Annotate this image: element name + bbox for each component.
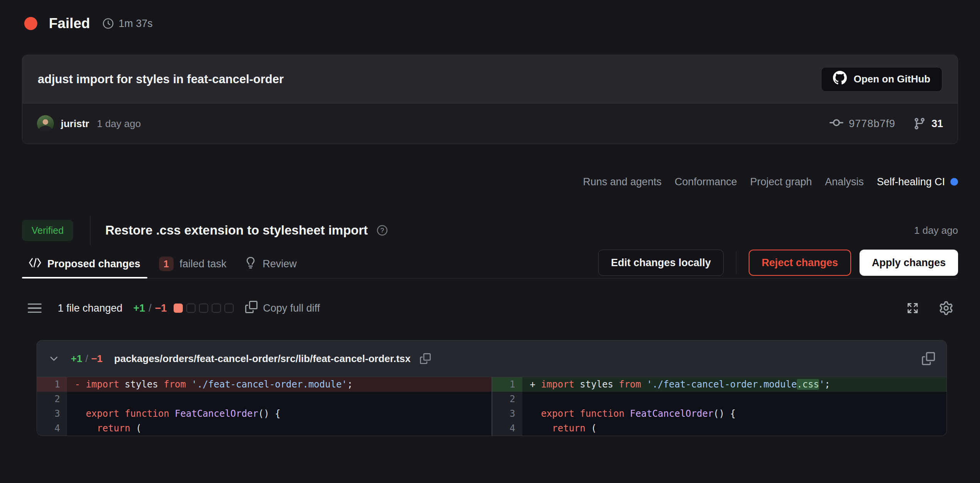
diff-line: 2 <box>492 392 947 406</box>
tabs-row: Proposed changes 1 failed task Review Ed… <box>22 250 958 278</box>
edit-changes-locally-button[interactable]: Edit changes locally <box>598 250 724 276</box>
status-label: Failed <box>49 15 90 32</box>
copy-full-diff-label: Copy full diff <box>263 302 320 314</box>
diff-line: 1+ import styles from './feat-cancel-ord… <box>492 377 947 392</box>
tab-failed-task-label: failed task <box>180 258 227 270</box>
diff-block-empty <box>199 304 208 313</box>
nav-item-analysis[interactable]: Analysis <box>825 176 864 188</box>
nav-item-project-graph[interactable]: Project graph <box>750 176 812 188</box>
code-line: return ( <box>522 421 947 436</box>
status-failed-dot <box>24 17 37 30</box>
diff-line: 3 export function FeatCancelOrder() { <box>37 406 492 421</box>
removed-count: −1 <box>155 302 167 314</box>
commit-meta: 9778b7f9 31 <box>829 116 943 131</box>
fix-time: 1 day ago <box>914 225 958 236</box>
diff-card: +1 / −1 packages/orders/feat-cancel-orde… <box>37 340 947 436</box>
expand-icon[interactable] <box>906 302 919 315</box>
github-icon <box>833 71 847 87</box>
clock-icon <box>102 18 114 29</box>
fix-header: Verified Restore .css extension to style… <box>22 214 958 247</box>
fix-actions: Edit changes locally Reject changes Appl… <box>598 250 958 278</box>
commit-card-footer: juristr 1 day ago 9778b7f9 31 <box>22 103 958 144</box>
nav-item-self-healing-ci-label: Self-healing CI <box>877 176 945 188</box>
status-row: Failed 1m 37s <box>24 15 152 32</box>
apply-changes-button[interactable]: Apply changes <box>860 250 958 276</box>
diff-block-removed <box>174 304 183 313</box>
added-count: +1 <box>133 302 145 314</box>
diff-block-empty <box>224 304 234 313</box>
diff-line: 4 return ( <box>492 421 947 436</box>
line-number: 1 <box>492 377 522 392</box>
file-path: packages/orders/feat-cancel-order/src/li… <box>114 353 411 365</box>
commit-time: 1 day ago <box>97 118 141 130</box>
line-number: 2 <box>492 392 522 406</box>
reject-changes-button[interactable]: Reject changes <box>749 250 851 276</box>
avatar[interactable] <box>37 115 54 132</box>
commit-icon <box>829 116 843 131</box>
file-removed-count: −1 <box>91 353 103 365</box>
code-line: export function FeatCancelOrder() { <box>522 406 947 421</box>
diff-toolbar: 1 file changed +1 / −1 Copy full diff <box>28 297 953 319</box>
diff-code: 1- import styles from './feat-cancel-ord… <box>37 377 947 436</box>
commit-card-header: adjust import for styles in feat-cancel-… <box>22 55 958 103</box>
top-nav: Runs and agents Conformance Project grap… <box>22 173 958 191</box>
divider <box>736 252 736 274</box>
nav-item-self-healing-ci[interactable]: Self-healing CI <box>877 176 958 188</box>
status-duration: 1m 37s <box>119 18 153 30</box>
diff-line: 1- import styles from './feat-cancel-ord… <box>37 377 492 392</box>
code-line: return ( <box>67 421 492 436</box>
clipboard-icon[interactable] <box>922 352 935 365</box>
author-name[interactable]: juristr <box>61 118 89 130</box>
commit-card: adjust import for styles in feat-cancel-… <box>22 55 958 144</box>
chevron-down-icon[interactable] <box>48 353 59 364</box>
tab-review[interactable]: Review <box>238 250 304 278</box>
file-stat-separator: / <box>85 353 88 365</box>
code-line <box>522 392 947 406</box>
tab-failed-task[interactable]: 1 failed task <box>152 250 234 278</box>
open-on-github-button[interactable]: Open on GitHub <box>821 67 942 92</box>
copy-path-icon[interactable] <box>420 353 431 364</box>
lightbulb-icon <box>245 257 256 271</box>
verified-badge: Verified <box>22 220 73 241</box>
tab-proposed-changes-label: Proposed changes <box>47 258 140 270</box>
page: Failed 1m 37s adjust import for styles i… <box>0 0 980 483</box>
code-line: export function FeatCancelOrder() { <box>67 406 492 421</box>
tabs: Proposed changes 1 failed task Review <box>22 250 304 278</box>
line-number: 3 <box>492 406 522 421</box>
copy-full-diff-button[interactable]: Copy full diff <box>245 301 320 316</box>
help-icon[interactable]: ? <box>376 225 388 236</box>
line-number: 2 <box>37 392 67 406</box>
diff-pane-before: 1- import styles from './feat-cancel-ord… <box>37 377 492 436</box>
tab-review-label: Review <box>263 258 297 270</box>
nav-item-runs-and-agents[interactable]: Runs and agents <box>583 176 662 188</box>
tab-proposed-changes[interactable]: Proposed changes <box>22 250 147 278</box>
file-added-count: +1 <box>71 353 82 365</box>
commit-title: adjust import for styles in feat-cancel-… <box>38 72 284 86</box>
copy-icon <box>245 301 258 316</box>
branch-count[interactable]: 31 <box>932 118 943 130</box>
diff-block-empty <box>212 304 221 313</box>
code-line: - import styles from './feat-cancel-orde… <box>67 377 492 392</box>
code-icon <box>29 258 41 270</box>
code-line: + import styles from './feat-cancel-orde… <box>522 377 947 392</box>
file-list-menu-icon[interactable] <box>28 304 42 313</box>
failed-task-count-badge: 1 <box>159 257 174 271</box>
line-number: 3 <box>37 406 67 421</box>
divider <box>90 215 90 245</box>
diff-line: 4 return ( <box>37 421 492 436</box>
fix-title: Restore .css extension to stylesheet imp… <box>105 223 368 238</box>
line-number: 4 <box>492 421 522 436</box>
files-changed-label: 1 file changed <box>58 302 122 314</box>
diff-line: 2 <box>37 392 492 406</box>
gear-icon[interactable] <box>939 301 953 315</box>
diff-block-empty <box>186 304 196 313</box>
open-on-github-label: Open on GitHub <box>854 73 930 85</box>
svg-text:?: ? <box>380 227 384 234</box>
line-number: 4 <box>37 421 67 436</box>
line-number: 1 <box>37 377 67 392</box>
git-branch-icon <box>913 117 926 130</box>
code-line <box>67 392 492 406</box>
commit-hash[interactable]: 9778b7f9 <box>849 118 895 130</box>
nav-item-conformance[interactable]: Conformance <box>675 176 737 188</box>
diff-pane-after: 1+ import styles from './feat-cancel-ord… <box>492 377 947 436</box>
